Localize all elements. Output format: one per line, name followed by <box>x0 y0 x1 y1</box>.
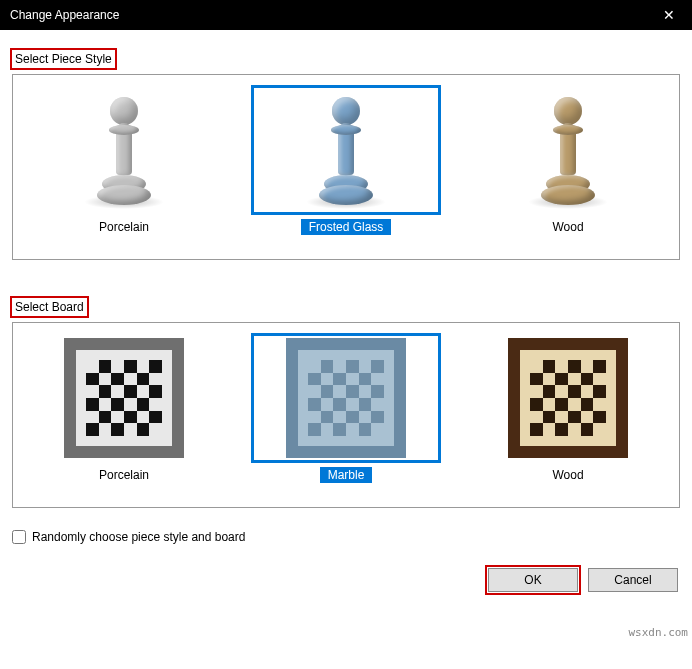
piece-thumb <box>29 85 219 215</box>
board-thumb <box>473 333 663 463</box>
board-thumb <box>29 333 219 463</box>
board-option-label: Wood <box>544 467 591 483</box>
dialog-content: Select Piece Style Porcelain Frosted Gla… <box>0 30 692 524</box>
board-option-wood[interactable]: Wood <box>473 333 663 483</box>
close-button[interactable]: ✕ <box>646 0 692 30</box>
close-icon: ✕ <box>663 7 675 23</box>
piece-option-porcelain[interactable]: Porcelain <box>29 85 219 235</box>
board-thumb <box>251 333 441 463</box>
window-title: Change Appearance <box>10 8 119 22</box>
cancel-button[interactable]: Cancel <box>588 568 678 592</box>
board-option-label: Porcelain <box>91 467 157 483</box>
piece-thumb <box>251 85 441 215</box>
piece-option-label: Wood <box>544 219 591 235</box>
board-style-gallery: Porcelain Marble Wood <box>12 322 680 508</box>
piece-option-label: Porcelain <box>91 219 157 235</box>
titlebar: Change Appearance ✕ <box>0 0 692 30</box>
board-style-heading: Select Board <box>10 296 89 318</box>
piece-style-heading: Select Piece Style <box>10 48 117 70</box>
piece-option-frosted-glass[interactable]: Frosted Glass <box>251 85 441 235</box>
piece-style-gallery: Porcelain Frosted Glass Wood <box>12 74 680 260</box>
piece-thumb <box>473 85 663 215</box>
board-option-marble[interactable]: Marble <box>251 333 441 483</box>
watermark: wsxdn.com <box>628 626 688 639</box>
piece-option-wood[interactable]: Wood <box>473 85 663 235</box>
board-option-porcelain[interactable]: Porcelain <box>29 333 219 483</box>
piece-option-label: Frosted Glass <box>301 219 392 235</box>
random-checkbox-label: Randomly choose piece style and board <box>32 530 245 544</box>
random-checkbox[interactable] <box>12 530 26 544</box>
board-option-label: Marble <box>320 467 373 483</box>
random-checkbox-row[interactable]: Randomly choose piece style and board <box>12 530 680 544</box>
ok-button[interactable]: OK <box>488 568 578 592</box>
dialog-button-row: OK Cancel <box>0 562 692 602</box>
